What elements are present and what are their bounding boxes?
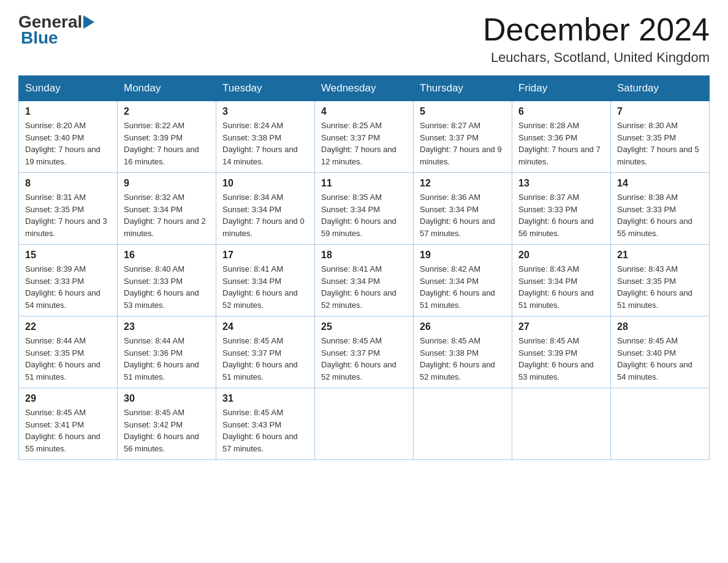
- day-number: 26: [420, 321, 506, 332]
- svg-marker-0: [83, 15, 94, 29]
- calendar-cell: 7 Sunrise: 8:30 AMSunset: 3:35 PMDayligh…: [611, 101, 710, 173]
- day-number: 3: [222, 106, 308, 117]
- day-number: 27: [518, 321, 604, 332]
- day-number: 30: [124, 393, 210, 404]
- calendar-cell: 4 Sunrise: 8:25 AMSunset: 3:37 PMDayligh…: [315, 101, 414, 173]
- day-info: Sunrise: 8:37 AMSunset: 3:33 PMDaylight:…: [518, 193, 594, 238]
- day-info: Sunrise: 8:30 AMSunset: 3:35 PMDaylight:…: [617, 121, 699, 166]
- calendar-cell: 12 Sunrise: 8:36 AMSunset: 3:34 PMDaylig…: [414, 173, 512, 245]
- day-info: Sunrise: 8:42 AMSunset: 3:34 PMDaylight:…: [420, 264, 495, 310]
- day-number: 24: [222, 321, 308, 332]
- logo-blue-text: Blue: [21, 28, 58, 48]
- calendar-cell: 15 Sunrise: 8:39 AMSunset: 3:33 PMDaylig…: [19, 245, 118, 316]
- calendar-cell: 27 Sunrise: 8:45 AMSunset: 3:39 PMDaylig…: [512, 316, 611, 388]
- day-info: Sunrise: 8:45 AMSunset: 3:43 PMDaylight:…: [222, 408, 298, 453]
- calendar-cell: 17 Sunrise: 8:41 AMSunset: 3:34 PMDaylig…: [216, 245, 315, 316]
- day-info: Sunrise: 8:32 AMSunset: 3:34 PMDaylight:…: [124, 193, 206, 238]
- weekday-header-saturday: Saturday: [611, 76, 710, 101]
- day-number: 7: [617, 106, 703, 117]
- day-number: 10: [222, 178, 308, 189]
- day-number: 5: [420, 106, 506, 117]
- calendar-cell: 11 Sunrise: 8:35 AMSunset: 3:34 PMDaylig…: [315, 173, 414, 245]
- calendar-cell: [414, 388, 512, 460]
- calendar-cell: [512, 388, 611, 460]
- calendar-cell: 30 Sunrise: 8:45 AMSunset: 3:42 PMDaylig…: [118, 388, 216, 460]
- day-number: 19: [420, 250, 506, 261]
- calendar-cell: 25 Sunrise: 8:45 AMSunset: 3:37 PMDaylig…: [315, 316, 414, 388]
- calendar-cell: 16 Sunrise: 8:40 AMSunset: 3:33 PMDaylig…: [118, 245, 216, 316]
- calendar-cell: 19 Sunrise: 8:42 AMSunset: 3:34 PMDaylig…: [414, 245, 512, 316]
- day-info: Sunrise: 8:45 AMSunset: 3:41 PMDaylight:…: [25, 408, 100, 453]
- calendar-cell: 5 Sunrise: 8:27 AMSunset: 3:37 PMDayligh…: [414, 101, 512, 173]
- calendar-cell: [611, 388, 710, 460]
- day-number: 29: [25, 393, 111, 404]
- day-info: Sunrise: 8:38 AMSunset: 3:33 PMDaylight:…: [617, 193, 692, 238]
- location-subtitle: Leuchars, Scotland, United Kingdom: [483, 50, 710, 66]
- day-info: Sunrise: 8:28 AMSunset: 3:36 PMDaylight:…: [518, 121, 601, 166]
- day-info: Sunrise: 8:45 AMSunset: 3:40 PMDaylight:…: [617, 336, 692, 381]
- day-number: 12: [420, 178, 506, 189]
- calendar-cell: 31 Sunrise: 8:45 AMSunset: 3:43 PMDaylig…: [216, 388, 315, 460]
- day-info: Sunrise: 8:45 AMSunset: 3:38 PMDaylight:…: [420, 336, 495, 381]
- page-header: General Blue December 2024 Leuchars, Sco…: [18, 12, 710, 66]
- day-info: Sunrise: 8:41 AMSunset: 3:34 PMDaylight:…: [222, 264, 298, 310]
- day-info: Sunrise: 8:22 AMSunset: 3:39 PMDaylight:…: [124, 121, 199, 166]
- weekday-header-tuesday: Tuesday: [216, 76, 315, 101]
- calendar-table: SundayMondayTuesdayWednesdayThursdayFrid…: [18, 75, 710, 460]
- calendar-week-row: 15 Sunrise: 8:39 AMSunset: 3:33 PMDaylig…: [19, 245, 710, 316]
- day-number: 18: [321, 250, 407, 261]
- day-info: Sunrise: 8:45 AMSunset: 3:37 PMDaylight:…: [321, 336, 396, 381]
- calendar-cell: 22 Sunrise: 8:44 AMSunset: 3:35 PMDaylig…: [19, 316, 118, 388]
- logo: General Blue: [18, 12, 94, 48]
- day-info: Sunrise: 8:31 AMSunset: 3:35 PMDaylight:…: [25, 193, 107, 238]
- title-block: December 2024 Leuchars, Scotland, United…: [483, 12, 710, 66]
- day-number: 16: [124, 250, 210, 261]
- day-info: Sunrise: 8:44 AMSunset: 3:35 PMDaylight:…: [25, 336, 100, 381]
- day-info: Sunrise: 8:27 AMSunset: 3:37 PMDaylight:…: [420, 121, 502, 166]
- weekday-header-row: SundayMondayTuesdayWednesdayThursdayFrid…: [19, 76, 710, 101]
- day-number: 8: [25, 178, 111, 189]
- day-info: Sunrise: 8:34 AMSunset: 3:34 PMDaylight:…: [222, 193, 305, 238]
- day-number: 31: [222, 393, 308, 404]
- calendar-cell: 1 Sunrise: 8:20 AMSunset: 3:40 PMDayligh…: [19, 101, 118, 173]
- calendar-cell: 29 Sunrise: 8:45 AMSunset: 3:41 PMDaylig…: [19, 388, 118, 460]
- day-info: Sunrise: 8:35 AMSunset: 3:34 PMDaylight:…: [321, 193, 396, 238]
- day-info: Sunrise: 8:45 AMSunset: 3:39 PMDaylight:…: [518, 336, 594, 381]
- day-number: 1: [25, 106, 111, 117]
- calendar-week-row: 22 Sunrise: 8:44 AMSunset: 3:35 PMDaylig…: [19, 316, 710, 388]
- day-number: 11: [321, 178, 407, 189]
- day-number: 9: [124, 178, 210, 189]
- calendar-cell: 23 Sunrise: 8:44 AMSunset: 3:36 PMDaylig…: [118, 316, 216, 388]
- calendar-cell: 28 Sunrise: 8:45 AMSunset: 3:40 PMDaylig…: [611, 316, 710, 388]
- day-number: 13: [518, 178, 604, 189]
- day-number: 17: [222, 250, 308, 261]
- day-number: 4: [321, 106, 407, 117]
- weekday-header-thursday: Thursday: [414, 76, 512, 101]
- calendar-cell: 2 Sunrise: 8:22 AMSunset: 3:39 PMDayligh…: [118, 101, 216, 173]
- day-info: Sunrise: 8:45 AMSunset: 3:42 PMDaylight:…: [124, 408, 199, 453]
- calendar-cell: 20 Sunrise: 8:43 AMSunset: 3:34 PMDaylig…: [512, 245, 611, 316]
- day-number: 28: [617, 321, 703, 332]
- day-info: Sunrise: 8:45 AMSunset: 3:37 PMDaylight:…: [222, 336, 298, 381]
- calendar-cell: 18 Sunrise: 8:41 AMSunset: 3:34 PMDaylig…: [315, 245, 414, 316]
- logo-triangle-icon: [83, 15, 94, 29]
- calendar-cell: 26 Sunrise: 8:45 AMSunset: 3:38 PMDaylig…: [414, 316, 512, 388]
- day-info: Sunrise: 8:40 AMSunset: 3:33 PMDaylight:…: [124, 264, 199, 310]
- calendar-cell: 6 Sunrise: 8:28 AMSunset: 3:36 PMDayligh…: [512, 101, 611, 173]
- day-number: 22: [25, 321, 111, 332]
- calendar-cell: 21 Sunrise: 8:43 AMSunset: 3:35 PMDaylig…: [611, 245, 710, 316]
- calendar-cell: 13 Sunrise: 8:37 AMSunset: 3:33 PMDaylig…: [512, 173, 611, 245]
- day-number: 14: [617, 178, 703, 189]
- day-info: Sunrise: 8:43 AMSunset: 3:34 PMDaylight:…: [518, 264, 594, 310]
- calendar-week-row: 29 Sunrise: 8:45 AMSunset: 3:41 PMDaylig…: [19, 388, 710, 460]
- calendar-cell: 10 Sunrise: 8:34 AMSunset: 3:34 PMDaylig…: [216, 173, 315, 245]
- day-info: Sunrise: 8:44 AMSunset: 3:36 PMDaylight:…: [124, 336, 199, 381]
- day-number: 15: [25, 250, 111, 261]
- day-info: Sunrise: 8:41 AMSunset: 3:34 PMDaylight:…: [321, 264, 396, 310]
- day-info: Sunrise: 8:25 AMSunset: 3:37 PMDaylight:…: [321, 121, 396, 166]
- day-number: 6: [518, 106, 604, 117]
- weekday-header-wednesday: Wednesday: [315, 76, 414, 101]
- calendar-week-row: 8 Sunrise: 8:31 AMSunset: 3:35 PMDayligh…: [19, 173, 710, 245]
- day-number: 23: [124, 321, 210, 332]
- weekday-header-monday: Monday: [118, 76, 216, 101]
